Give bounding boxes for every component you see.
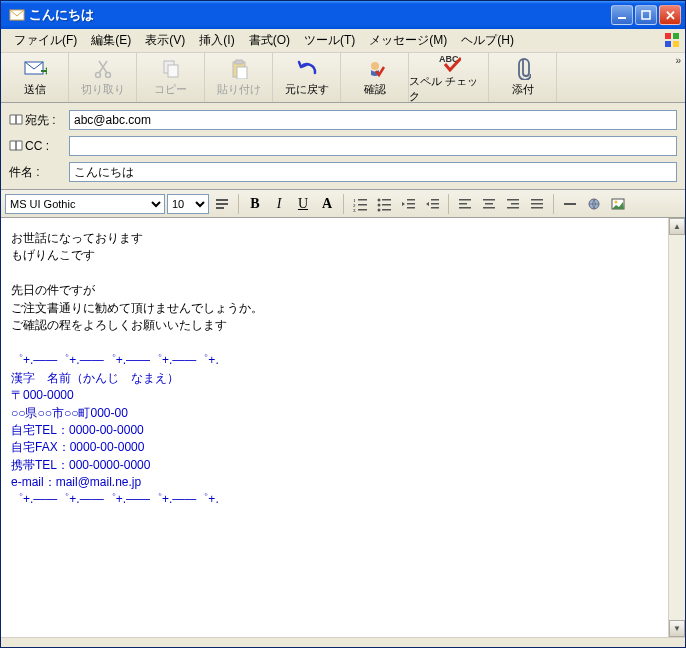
minimize-button[interactable] [611, 5, 633, 25]
cc-label[interactable]: CC : [9, 139, 63, 153]
svg-point-26 [378, 198, 381, 201]
message-body-editor[interactable]: お世話になっております もげりんこです 先日の件ですが ご注文書通りに勧めて頂け… [1, 218, 668, 637]
body-text: お世話になっております もげりんこです 先日の件ですが ご注文書通りに勧めて頂け… [11, 230, 658, 334]
copy-label: コピー [154, 82, 187, 97]
svg-rect-32 [407, 199, 415, 201]
outdent-button[interactable] [397, 193, 419, 215]
copy-button[interactable]: コピー [137, 53, 205, 102]
menu-message[interactable]: メッセージ(M) [362, 30, 454, 51]
paragraph-style-button[interactable] [211, 193, 233, 215]
check-icon [363, 58, 387, 80]
font-name-select[interactable]: MS UI Gothic [5, 194, 165, 214]
book-icon [9, 140, 23, 152]
svg-rect-11 [168, 65, 178, 77]
separator [553, 194, 554, 214]
svg-rect-27 [382, 199, 391, 201]
cut-button[interactable]: 切り取り [69, 53, 137, 102]
cc-input[interactable] [69, 136, 677, 156]
cc-row: CC : [9, 135, 677, 157]
signature-text: ゜+.――゜+.――゜+.――゜+.――゜+. 漢字 名前（かんじ なまえ） 〒… [11, 352, 658, 509]
to-input[interactable] [69, 110, 677, 130]
svg-text:3: 3 [353, 208, 356, 212]
paste-icon [227, 58, 251, 80]
align-center-button[interactable] [478, 193, 500, 215]
menu-view[interactable]: 表示(V) [138, 30, 192, 51]
svg-rect-50 [564, 203, 576, 205]
svg-rect-19 [216, 207, 224, 209]
number-list-button[interactable]: 123 [349, 193, 371, 215]
send-label: 送信 [24, 82, 46, 97]
separator [238, 194, 239, 214]
scroll-down-button[interactable]: ▼ [669, 620, 685, 637]
scroll-track[interactable] [669, 235, 685, 620]
attach-label: 添付 [512, 82, 534, 97]
svg-rect-25 [358, 209, 367, 211]
main-toolbar: 送信 切り取り コピー 貼り付け 元に戻す 確認 ABC スペル チェック 添付 [1, 53, 685, 103]
subject-label: 件名 : [9, 164, 63, 181]
menu-tools[interactable]: ツール(T) [297, 30, 362, 51]
menu-format[interactable]: 書式(O) [242, 30, 297, 51]
svg-rect-2 [642, 11, 650, 19]
svg-rect-35 [431, 199, 439, 201]
close-button[interactable]: ✕ [659, 5, 681, 25]
svg-rect-39 [459, 203, 467, 205]
spell-icon: ABC [437, 52, 461, 72]
check-button[interactable]: 確認 [341, 53, 409, 102]
italic-button[interactable]: I [268, 193, 290, 215]
undo-icon [295, 58, 319, 80]
spell-label: スペル チェック [409, 74, 488, 104]
subject-input[interactable] [69, 162, 677, 182]
underline-button[interactable]: U [292, 193, 314, 215]
title-bar[interactable]: こんにちは ✕ [1, 1, 685, 29]
svg-rect-34 [407, 207, 415, 209]
toolbar-overflow-icon[interactable]: » [675, 55, 681, 66]
font-color-button[interactable]: A [316, 193, 338, 215]
to-label-text: 宛先 : [25, 112, 56, 129]
svg-rect-21 [358, 199, 367, 201]
paste-label: 貼り付け [217, 82, 261, 97]
menu-insert[interactable]: 挿入(I) [192, 30, 241, 51]
bold-button[interactable]: B [244, 193, 266, 215]
window-title: こんにちは [29, 6, 611, 24]
to-row: 宛先 : [9, 109, 677, 131]
svg-rect-13 [235, 60, 243, 64]
svg-rect-23 [358, 204, 367, 206]
bullet-list-button[interactable] [373, 193, 395, 215]
align-left-button[interactable] [454, 193, 476, 215]
paste-button[interactable]: 貼り付け [205, 53, 273, 102]
svg-rect-49 [531, 207, 543, 209]
indent-button[interactable] [421, 193, 443, 215]
image-button[interactable] [607, 193, 629, 215]
vertical-scrollbar[interactable]: ▲ ▼ [668, 218, 685, 637]
svg-rect-47 [531, 199, 543, 201]
scroll-up-button[interactable]: ▲ [669, 218, 685, 235]
app-icon [9, 7, 25, 23]
font-size-select[interactable]: 10 [167, 194, 209, 214]
copy-icon [159, 58, 183, 80]
link-button[interactable] [583, 193, 605, 215]
menu-file[interactable]: ファイル(F) [7, 30, 84, 51]
to-label[interactable]: 宛先 : [9, 112, 63, 129]
hr-button[interactable] [559, 193, 581, 215]
svg-point-30 [378, 208, 381, 211]
svg-point-9 [105, 73, 110, 78]
svg-rect-5 [665, 41, 671, 47]
maximize-button[interactable] [635, 5, 657, 25]
menu-edit[interactable]: 編集(E) [84, 30, 138, 51]
book-icon [9, 114, 23, 126]
message-headers: 宛先 : CC : 件名 : [1, 103, 685, 190]
editor-wrap: お世話になっております もげりんこです 先日の件ですが ご注文書通りに勧めて頂け… [1, 218, 685, 637]
align-right-button[interactable] [502, 193, 524, 215]
format-toolbar: MS UI Gothic 10 B I U A 123 [1, 190, 685, 218]
svg-rect-46 [507, 207, 519, 209]
undo-button[interactable]: 元に戻す [273, 53, 341, 102]
send-button[interactable]: 送信 [1, 53, 69, 102]
window-buttons: ✕ [611, 5, 681, 25]
svg-rect-31 [382, 209, 391, 211]
spell-button[interactable]: ABC スペル チェック [409, 53, 489, 102]
cut-label: 切り取り [81, 82, 125, 97]
menu-help[interactable]: ヘルプ(H) [454, 30, 521, 51]
align-justify-button[interactable] [526, 193, 548, 215]
compose-window: こんにちは ✕ ファイル(F) 編集(E) 表示(V) 挿入(I) 書式(O) … [0, 0, 686, 648]
attach-button[interactable]: 添付 [489, 53, 557, 102]
